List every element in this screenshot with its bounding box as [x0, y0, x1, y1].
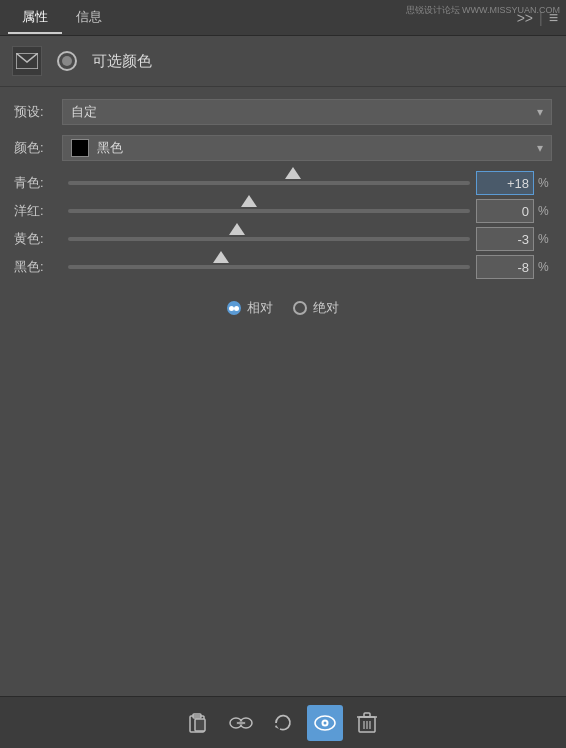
preset-dropdown[interactable]: 自定 ▾ [62, 99, 552, 125]
color-chevron-icon: ▾ [537, 141, 543, 155]
color-row: 颜色: 黑色 ▾ [14, 135, 552, 161]
preset-row: 预设: 自定 ▾ [14, 99, 552, 125]
visibility-button[interactable] [307, 705, 343, 741]
circle-icon [52, 46, 82, 76]
tab-properties[interactable]: 属性 [8, 2, 62, 34]
black-section: 黑色: % [14, 255, 552, 281]
link-button[interactable] [223, 705, 259, 741]
trash-icon [357, 712, 377, 734]
svg-rect-16 [364, 713, 370, 717]
radio-absolute[interactable]: 绝对 [293, 299, 339, 317]
delete-button[interactable] [349, 705, 385, 741]
tabs-bar: 属性 信息 >> | ≡ [0, 0, 566, 36]
yellow-section: 黄色: % [14, 227, 552, 253]
add-layer-button[interactable] [181, 705, 217, 741]
forward-icon[interactable]: >> [517, 10, 533, 26]
color-value: 黑色 [97, 139, 537, 157]
reset-button[interactable] [265, 705, 301, 741]
black-input[interactable] [476, 255, 534, 279]
tab-info[interactable]: 信息 [62, 2, 116, 34]
radio-relative-circle [227, 301, 241, 315]
content-area: 预设: 自定 ▾ 颜色: 黑色 ▾ 青色: [0, 87, 566, 696]
preset-chevron-icon: ▾ [537, 105, 543, 119]
radio-absolute-label: 绝对 [313, 299, 339, 317]
preset-value: 自定 [71, 103, 537, 121]
panel-title: 可选颜色 [92, 52, 152, 71]
cyan-pct: % [538, 176, 552, 190]
black-pct: % [538, 260, 552, 274]
magenta-slider-track[interactable] [68, 200, 470, 222]
radio-relative-label: 相对 [247, 299, 273, 317]
cyan-label: 青色: [14, 174, 62, 192]
svg-point-2 [62, 56, 72, 66]
link-icon [229, 714, 253, 732]
tab-icons: >> | ≡ [517, 9, 558, 27]
toolbar [0, 696, 566, 748]
svg-marker-10 [275, 725, 279, 729]
color-label: 颜色: [14, 139, 62, 157]
yellow-pct: % [538, 232, 552, 246]
menu-icon[interactable]: ≡ [549, 9, 558, 27]
cyan-input[interactable] [476, 171, 534, 195]
radio-row: 相对 绝对 [14, 299, 552, 317]
magenta-label: 洋红: [14, 202, 62, 220]
yellow-label: 黄色: [14, 230, 62, 248]
magenta-pct: % [538, 204, 552, 218]
panel-header: 可选颜色 [0, 36, 566, 87]
cyan-slider-track[interactable] [68, 172, 470, 194]
magenta-section: 洋红: % [14, 199, 552, 225]
black-slider-track[interactable] [68, 256, 470, 278]
eye-icon [313, 714, 337, 732]
svg-rect-5 [195, 719, 205, 731]
magenta-input[interactable] [476, 199, 534, 223]
preset-label: 预设: [14, 103, 62, 121]
radio-absolute-circle [293, 301, 307, 315]
cyan-section: 青色: % [14, 171, 552, 197]
envelope-icon-box [12, 46, 42, 76]
color-dropdown[interactable]: 黑色 ▾ [62, 135, 552, 161]
reset-icon [272, 712, 294, 734]
yellow-slider-track[interactable] [68, 228, 470, 250]
add-layer-icon [188, 712, 210, 734]
color-swatch [71, 139, 89, 157]
yellow-input[interactable] [476, 227, 534, 251]
svg-point-13 [324, 721, 327, 724]
radio-relative[interactable]: 相对 [227, 299, 273, 317]
black-label: 黑色: [14, 258, 62, 276]
envelope-icon [16, 53, 38, 69]
